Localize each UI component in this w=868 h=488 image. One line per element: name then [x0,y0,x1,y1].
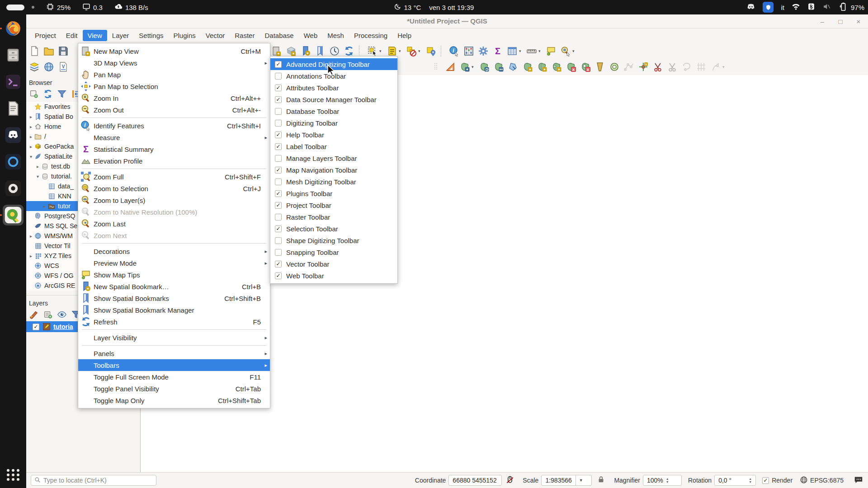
add-group-button[interactable] [43,310,53,319]
menu-settings[interactable]: Settings [134,30,168,41]
select-features-by-value-button[interactable] [386,45,398,57]
show-spatial-bookmarks-button[interactable] [314,45,326,57]
clock-area[interactable]: 13 °C ven 3 ott 19:39 [394,0,474,14]
deselect-features-dropdown-arrow[interactable]: ▾ [418,49,423,53]
menu-view[interactable]: View [83,30,107,41]
offset-feature-button[interactable] [492,61,505,73]
view-menu-item-statistical-summary[interactable]: ΣStatistical Summary [78,143,270,155]
split-with-line-button[interactable] [651,61,664,73]
extent-toggle-icon[interactable] [505,475,514,486]
toolbar-checkbox[interactable]: ✓ [275,202,282,209]
view-menu-item-preview-mode[interactable]: Preview Mode▸ [78,257,270,269]
view-menu-item-pan-map-to-selection[interactable]: Pan Map to Selection [78,80,270,92]
select-features-button[interactable] [366,45,379,57]
activities-pill[interactable] [6,5,34,10]
dock-item-discord[interactable] [3,125,24,145]
toolbars-item-project-toolbar[interactable]: ✓ Project Toolbar [270,199,397,211]
view-menu-item-3d-map-views[interactable]: 3D Map Views▸ [78,57,270,69]
new-3d-map-view-button[interactable]: ✶ [285,45,297,57]
view-menu-item-toolbars[interactable]: Toolbars▸ [78,359,270,371]
view-menu-item-refresh[interactable]: RefreshF5 [78,316,270,328]
view-menu-item-new-map-view[interactable]: ✶New Map ViewCtrl+M [78,45,270,57]
toolbars-item-attributes-toolbar[interactable]: ✓ Attributes Toolbar [270,82,397,94]
fill-ring-button[interactable] [594,61,606,73]
temporal-controller-button[interactable] [328,45,341,57]
manage-map-themes-button[interactable] [57,310,67,319]
delete-ring-button[interactable]: x [579,61,592,73]
dock-item-app-blue-circle[interactable] [3,151,24,172]
toolbars-item-plugins-toolbar[interactable]: ✓ Plugins Toolbar [270,188,397,199]
messages-icon[interactable] [854,475,863,486]
keyboard-layout[interactable]: it [781,4,784,11]
view-menu-item-zoom-to-selection[interactable]: Zoom to SelectionCtrl+J [78,183,270,194]
toolbar-checkbox[interactable]: ✓ [275,225,282,232]
statistical-summary-button[interactable] [462,45,475,57]
view-menu-item-zoom-full[interactable]: Zoom FullCtrl+Shift+F [78,171,270,183]
reshape-features-button[interactable] [507,61,519,73]
add-ring-button[interactable] [608,61,621,73]
add-vector-layer-button[interactable]: V [57,61,70,73]
battery-indicator[interactable]: 97% [838,2,864,13]
toolbar-checkbox[interactable] [275,120,282,127]
expander-icon[interactable]: ▸ [42,204,47,209]
move-feature-button[interactable] [458,61,471,73]
toolbar-checkbox[interactable]: ✓ [275,190,282,197]
add-favorite-button[interactable] [29,89,39,99]
cad-tools-button[interactable] [444,61,457,73]
expander-icon[interactable]: ▸ [28,253,34,258]
view-menu-item-zoom-last[interactable]: Zoom Last [78,218,270,230]
toolbars-item-data-source-manager-toolbar[interactable]: ✓ Data Source Manager Toolbar [270,94,397,105]
view-menu-item-toggle-map-only[interactable]: Toggle Map OnlyCtrl+Shift+Tab [78,394,270,406]
crs-globe-icon[interactable] [800,476,808,485]
view-menu-item-zoom-to-layer-s-[interactable]: Zoom to Layer(s) [78,194,270,206]
coordinate-input[interactable]: 66880 5455152 [448,475,502,486]
toolbar-checkbox[interactable] [275,108,282,115]
view-menu-item-toggle-full-screen-mode[interactable]: Toggle Full Screen ModeF11 [78,371,270,383]
select-features-by-value-dropdown-arrow[interactable]: ▾ [399,49,403,53]
dock-item-document-viewer[interactable] [3,98,24,119]
view-menu-item-show-map-tips[interactable]: Show Map Tips [78,269,270,281]
rotation-spinner[interactable]: ▲▼ [749,477,752,483]
view-menu-item-measure[interactable]: Measure▸ [78,131,270,143]
expander-icon[interactable]: ▸ [28,124,34,129]
open-attribute-table-button[interactable] [506,45,519,57]
view-menu-item-show-spatial-bookmark-manager[interactable]: Show Spatial Bookmark Manager [78,304,270,316]
view-menu-item-new-spatial-bookmark-[interactable]: ✶New Spatial Bookmark…Ctrl+B [78,281,270,292]
toolbars-item-database-toolbar[interactable]: Database Toolbar [270,105,397,117]
toolbars-item-snapping-toolbar[interactable]: Snapping Toolbar [270,246,397,258]
dock-item-terminal[interactable] [3,71,24,92]
view-menu-item-elevation-profile[interactable]: Elevation Profile [78,155,270,167]
toolbars-item-web-toolbar[interactable]: ✓ Web Toolbar [270,270,397,282]
select-features-dropdown-arrow[interactable]: ▾ [379,49,384,53]
save-project-button[interactable] [57,45,70,57]
new-map-view-button[interactable]: ✶ [270,45,283,57]
identify-features-button[interactable]: i [448,45,461,57]
split-features-button[interactable]: ✶ [521,61,534,73]
expander-icon[interactable]: ▸ [35,164,41,169]
toolbar-checkbox[interactable] [275,73,282,80]
expander-icon[interactable]: ▾ [35,174,41,179]
view-menu-item-toggle-panel-visibility[interactable]: Toggle Panel VisibilityCtrl+Tab [78,383,270,394]
view-menu-item-identify-features[interactable]: iIdentify FeaturesCtrl+Shift+I [78,120,270,131]
toolbars-item-shape-digitizing-toolbar[interactable]: Shape Digitizing Toolbar [270,235,397,246]
grip-button[interactable] [429,61,442,73]
toolbars-item-help-toolbar[interactable]: ✓ Help Toolbar [270,129,397,141]
delete-part-button[interactable]: x [565,61,577,73]
show-statistics-button[interactable]: Σ [491,45,504,57]
toolbar-checkbox[interactable] [275,214,282,221]
toolbars-item-mesh-digitizing-toolbar[interactable]: Mesh Digitizing Toolbar [270,176,397,188]
close-button[interactable]: × [854,18,863,25]
crs-value[interactable]: EPSG:6875 [810,477,844,484]
new-spatial-bookmark-button[interactable]: ✶ [299,45,312,57]
filter-browser-button[interactable] [57,89,67,99]
toolbar-checkbox[interactable]: ✓ [275,272,282,279]
toolbar-checkbox[interactable] [275,178,282,185]
open-project-button[interactable] [42,45,55,57]
toolbars-item-vector-toolbar[interactable]: ✓ Vector Toolbar [270,258,397,270]
network-indicator[interactable]: 138 B/s [114,3,148,12]
view-menu-item-layer-visibility[interactable]: Layer Visibility▸ [78,332,270,343]
expander-icon[interactable]: ▸ [28,134,34,139]
toolbar-checkbox[interactable]: ✓ [275,143,282,150]
toolbar-checkbox[interactable] [275,249,282,256]
select-by-location-button[interactable] [425,45,437,57]
